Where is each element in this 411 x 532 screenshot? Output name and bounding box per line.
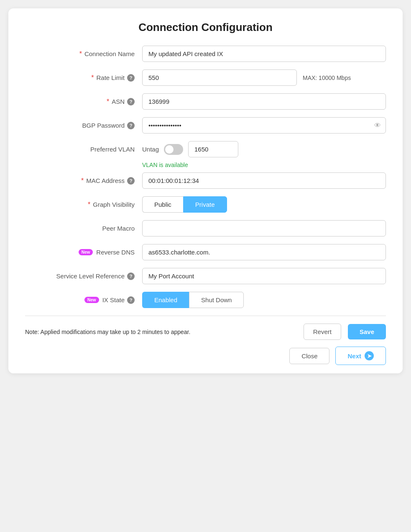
page-title: Connection Configuration: [25, 21, 386, 34]
preferred-vlan-row: Preferred VLAN Untag: [25, 141, 386, 157]
required-star-asn: *: [107, 98, 109, 105]
reverse-dns-new-badge: New: [79, 249, 93, 255]
peer-macro-row: Peer Macro: [25, 220, 386, 236]
peer-macro-input[interactable]: [142, 220, 386, 236]
next-button[interactable]: Next ➤: [335, 347, 386, 365]
graph-visibility-control: Public Private: [142, 196, 386, 213]
bgp-password-label: BGP Password ?: [25, 122, 142, 129]
required-star-graph: *: [88, 201, 90, 208]
service-level-row: Service Level Reference ?: [25, 268, 386, 284]
mac-address-control: [142, 172, 386, 189]
next-arrow-icon: ➤: [365, 351, 374, 360]
footer-note-row: Note: Applied modifications may take up …: [25, 316, 386, 340]
connection-name-row: * Connection Name: [25, 46, 386, 62]
rate-limit-row: * Rate Limit ? MAX: 10000 Mbps: [25, 69, 386, 86]
peer-macro-control: [142, 220, 386, 236]
ix-state-row: New IX State ? Enabled Shut Down: [25, 292, 386, 308]
connection-config-card: Connection Configuration * Connection Na…: [8, 8, 403, 373]
password-toggle-icon[interactable]: 👁: [374, 122, 381, 129]
bgp-help-icon[interactable]: ?: [127, 122, 135, 129]
reverse-dns-row: New Reverse DNS: [25, 244, 386, 260]
rate-limit-control: MAX: 10000 Mbps: [142, 69, 386, 86]
bgp-password-control: 👁: [142, 117, 386, 134]
untag-label: Untag: [142, 146, 159, 153]
connection-name-input[interactable]: [142, 46, 386, 62]
vlan-input[interactable]: [188, 141, 238, 157]
bottom-row: Close Next ➤: [25, 340, 386, 365]
service-level-input[interactable]: [142, 268, 386, 284]
peer-macro-label: Peer Macro: [25, 225, 142, 232]
mac-address-input[interactable]: [142, 172, 386, 189]
bgp-password-input[interactable]: [142, 117, 386, 134]
asn-input[interactable]: [142, 93, 386, 110]
ix-state-label: New IX State ?: [25, 296, 142, 304]
vlan-available-text: VLAN is available: [142, 162, 386, 168]
next-button-label: Next: [347, 352, 361, 360]
ix-state-shutdown-button[interactable]: Shut Down: [189, 292, 244, 308]
mac-address-label: * MAC Address ?: [25, 177, 142, 185]
revert-button[interactable]: Revert: [304, 324, 341, 340]
visibility-private-button[interactable]: Private: [183, 196, 227, 213]
rate-limit-help-icon[interactable]: ?: [127, 74, 135, 82]
password-wrapper: 👁: [142, 117, 386, 134]
connection-name-label: * Connection Name: [25, 50, 142, 58]
service-level-control: [142, 268, 386, 284]
footer-note: Note: Applied modifications may take up …: [25, 329, 297, 335]
close-button[interactable]: Close: [289, 348, 329, 364]
vlan-untag-toggle[interactable]: [164, 144, 183, 155]
preferred-vlan-control: Untag: [142, 141, 386, 157]
ix-state-help-icon[interactable]: ?: [127, 296, 135, 304]
asn-row: * ASN ?: [25, 93, 386, 110]
asn-label: * ASN ?: [25, 98, 142, 105]
visibility-public-button[interactable]: Public: [142, 196, 183, 213]
save-button[interactable]: Save: [348, 324, 386, 339]
required-star-mac: *: [81, 177, 84, 185]
connection-name-control: [142, 46, 386, 62]
required-star-rate: *: [91, 74, 94, 82]
asn-help-icon[interactable]: ?: [127, 98, 135, 105]
mac-address-row: * MAC Address ?: [25, 172, 386, 189]
mac-help-icon[interactable]: ?: [127, 177, 135, 185]
bgp-password-row: BGP Password ? 👁: [25, 117, 386, 134]
graph-visibility-row: * Graph Visibility Public Private: [25, 196, 386, 213]
ix-state-button-group: Enabled Shut Down: [142, 292, 244, 308]
asn-control: [142, 93, 386, 110]
visibility-button-group: Public Private: [142, 196, 227, 213]
service-level-label: Service Level Reference ?: [25, 272, 142, 280]
toggle-slider: [164, 144, 183, 155]
reverse-dns-label: New Reverse DNS: [25, 249, 142, 256]
required-star: *: [79, 50, 82, 58]
service-level-help-icon[interactable]: ?: [127, 272, 135, 280]
graph-visibility-label: * Graph Visibility: [25, 201, 142, 208]
rate-limit-max-label: MAX: 10000 Mbps: [303, 75, 351, 81]
rate-limit-input[interactable]: [142, 69, 297, 86]
preferred-vlan-label: Preferred VLAN: [25, 146, 142, 153]
ix-state-control: Enabled Shut Down: [142, 292, 386, 308]
reverse-dns-input[interactable]: [142, 244, 386, 260]
reverse-dns-control: [142, 244, 386, 260]
ix-state-enabled-button[interactable]: Enabled: [142, 292, 189, 308]
rate-limit-label: * Rate Limit ?: [25, 74, 142, 82]
ix-state-new-badge: New: [84, 297, 99, 303]
